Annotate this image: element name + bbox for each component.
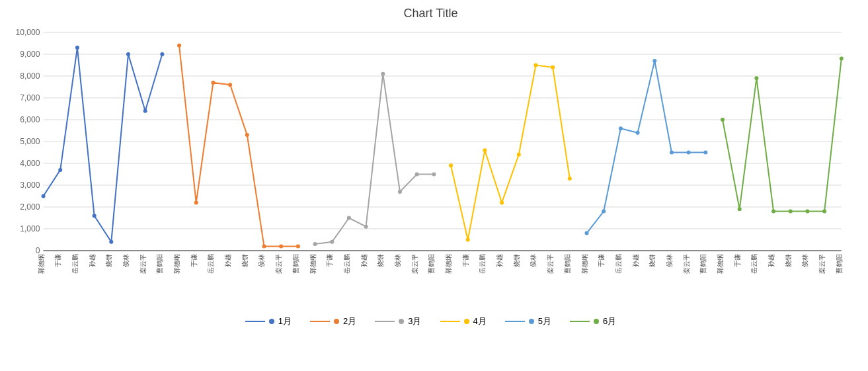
svg-point-46 [449, 163, 453, 167]
legend-line-color [310, 321, 330, 322]
svg-point-31 [194, 200, 198, 204]
legend-label: 2月 [343, 315, 356, 327]
svg-text:4,000: 4,000 [20, 159, 40, 168]
svg-point-54 [584, 231, 588, 235]
svg-text:6,000: 6,000 [20, 115, 40, 124]
svg-text:8,000: 8,000 [20, 71, 40, 81]
svg-text:于谦: 于谦 [734, 254, 741, 267]
svg-text:郭德纲: 郭德纲 [309, 254, 316, 274]
svg-point-36 [279, 244, 283, 248]
legend-line-color [570, 321, 590, 322]
legend-item: 3月 [375, 315, 421, 327]
svg-point-23 [58, 168, 62, 172]
svg-text:曹鹤阳: 曹鹤阳 [428, 254, 435, 274]
svg-text:曹鹤阳: 曹鹤阳 [156, 254, 163, 274]
chart-legend: 1月2月3月4月5月6月 [7, 315, 855, 327]
svg-text:曹鹤阳: 曹鹤阳 [836, 254, 843, 274]
svg-text:孙越: 孙越 [632, 254, 639, 267]
svg-point-58 [652, 59, 656, 63]
svg-point-28 [143, 109, 147, 113]
svg-text:烧饼: 烧饼 [105, 254, 112, 267]
svg-text:郭德纲: 郭德纲 [580, 254, 588, 274]
legend-label: 3月 [408, 315, 421, 327]
svg-point-44 [415, 173, 419, 177]
svg-point-59 [670, 151, 674, 155]
svg-text:侯林: 侯林 [258, 254, 265, 267]
svg-point-38 [313, 242, 317, 246]
svg-text:郭德纲: 郭德纲 [445, 254, 452, 274]
svg-text:于谦: 于谦 [54, 254, 61, 267]
svg-text:栾云平: 栾云平 [275, 254, 282, 274]
svg-point-56 [619, 126, 623, 130]
svg-point-42 [381, 72, 385, 76]
chart-container: Chart Title 01,0002,0003,0004,0005,0006,… [0, 0, 868, 371]
svg-text:曹鹤阳: 曹鹤阳 [699, 254, 707, 274]
svg-text:于谦: 于谦 [326, 254, 333, 267]
svg-point-64 [754, 76, 758, 80]
svg-point-22 [42, 194, 46, 198]
legend-line-color [440, 321, 460, 322]
svg-point-63 [738, 207, 742, 211]
svg-point-52 [551, 65, 555, 69]
svg-text:0: 0 [36, 246, 40, 255]
legend-dot [529, 319, 534, 324]
svg-text:栾云平: 栾云平 [683, 254, 690, 274]
legend-label: 5月 [538, 315, 551, 327]
svg-text:岳云鹏: 岳云鹏 [479, 254, 486, 274]
svg-point-47 [466, 238, 470, 242]
svg-text:岳云鹏: 岳云鹏 [207, 254, 214, 274]
svg-text:10,000: 10,000 [15, 28, 40, 37]
svg-point-65 [771, 210, 775, 214]
legend-dot [399, 319, 404, 324]
svg-text:2,000: 2,000 [20, 202, 40, 212]
svg-point-60 [687, 151, 691, 155]
legend-line-color [505, 321, 525, 322]
svg-text:5,000: 5,000 [20, 137, 40, 146]
svg-text:3,000: 3,000 [20, 181, 40, 190]
svg-text:烧饼: 烧饼 [785, 254, 792, 267]
svg-point-41 [364, 225, 368, 229]
svg-point-37 [296, 244, 300, 248]
svg-text:7,000: 7,000 [20, 93, 40, 103]
svg-point-27 [126, 52, 130, 56]
svg-point-50 [517, 153, 521, 157]
svg-text:曹鹤阳: 曹鹤阳 [292, 254, 299, 274]
legend-label: 1月 [278, 315, 292, 327]
svg-point-61 [703, 151, 707, 155]
svg-point-40 [347, 216, 351, 220]
svg-point-53 [568, 177, 572, 181]
svg-text:郭德纲: 郭德纲 [173, 254, 180, 274]
svg-point-49 [500, 200, 504, 204]
svg-text:曹鹤阳: 曹鹤阳 [564, 254, 571, 274]
svg-text:郭德纲: 郭德纲 [38, 254, 45, 274]
svg-text:郭德纲: 郭德纲 [717, 254, 724, 274]
svg-text:于谦: 于谦 [598, 254, 605, 267]
svg-text:1,000: 1,000 [20, 224, 40, 233]
svg-point-32 [211, 81, 215, 85]
legend-line-color [375, 321, 395, 322]
svg-point-43 [398, 190, 402, 194]
svg-point-25 [93, 214, 97, 218]
legend-label: 6月 [603, 315, 616, 327]
svg-point-55 [602, 210, 606, 214]
svg-text:栾云平: 栾云平 [818, 254, 826, 274]
svg-text:于谦: 于谦 [462, 254, 469, 267]
legend-item: 2月 [310, 315, 356, 327]
svg-text:侯林: 侯林 [530, 254, 537, 267]
svg-text:栾云平: 栾云平 [411, 254, 418, 274]
svg-text:孙越: 孙越 [768, 254, 775, 267]
svg-text:烧饼: 烧饼 [513, 254, 520, 267]
legend-label: 4月 [473, 315, 487, 327]
svg-point-67 [805, 210, 809, 214]
svg-point-30 [177, 44, 181, 48]
svg-text:岳云鹏: 岳云鹏 [71, 254, 79, 274]
svg-text:侯林: 侯林 [394, 254, 401, 267]
svg-point-39 [330, 240, 334, 244]
legend-dot [594, 319, 599, 324]
legend-item: 4月 [440, 315, 487, 327]
svg-point-66 [789, 210, 793, 214]
legend-dot [269, 319, 274, 324]
svg-point-62 [721, 118, 725, 122]
svg-text:孙越: 孙越 [224, 254, 231, 267]
legend-item: 6月 [570, 315, 616, 327]
